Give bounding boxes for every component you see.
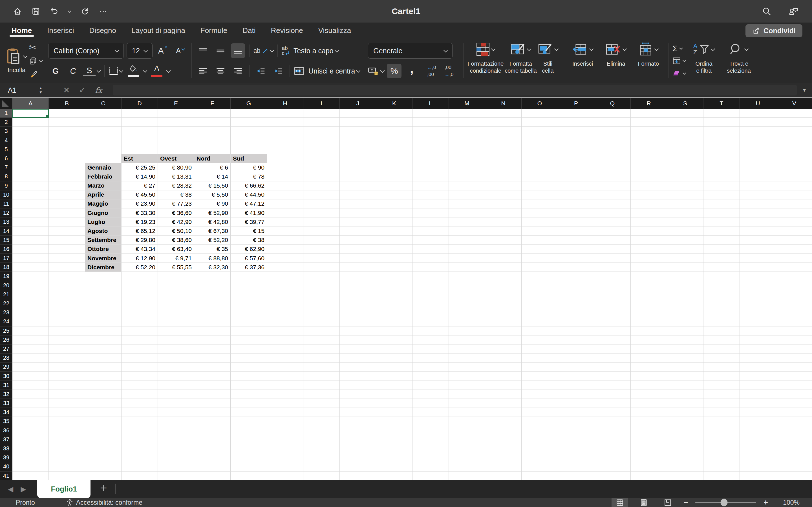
cell-H23[interactable] (267, 308, 303, 317)
cell-P31[interactable] (558, 381, 594, 390)
cell-V13[interactable] (776, 217, 812, 226)
cell-M26[interactable] (449, 335, 485, 344)
cell-B6[interactable] (49, 154, 85, 163)
cell-F26[interactable] (194, 335, 231, 344)
cell-F22[interactable] (194, 299, 231, 308)
cell-E15[interactable]: € 38,60 (158, 236, 194, 245)
row-header-6[interactable]: 6 (0, 154, 12, 163)
cell-F15[interactable]: € 52,20 (194, 236, 231, 245)
cell-B3[interactable] (49, 127, 85, 136)
column-header-E[interactable]: E (158, 98, 194, 109)
cell-G27[interactable] (231, 344, 267, 353)
cell-F40[interactable] (194, 462, 231, 471)
cell-B39[interactable] (49, 453, 85, 462)
cell-F2[interactable] (194, 118, 231, 127)
cell-P3[interactable] (558, 127, 594, 136)
cell-D7[interactable]: € 25,25 (121, 163, 158, 172)
cell-U23[interactable] (740, 308, 776, 317)
cell-C23[interactable] (85, 308, 121, 317)
cell-S6[interactable] (667, 154, 703, 163)
cell-N3[interactable] (485, 127, 522, 136)
cell-S33[interactable] (667, 399, 703, 408)
cell-V14[interactable] (776, 226, 812, 235)
cell-R4[interactable] (631, 136, 667, 145)
cell-U38[interactable] (740, 444, 776, 453)
cell-F27[interactable] (194, 344, 231, 353)
column-header-J[interactable]: J (340, 98, 376, 109)
cell-B13[interactable] (49, 217, 85, 226)
cell-T31[interactable] (703, 381, 740, 390)
expand-formula-bar-icon[interactable]: ▼ (802, 87, 807, 93)
cell-R27[interactable] (631, 344, 667, 353)
column-header-P[interactable]: P (558, 98, 594, 109)
cell-I16[interactable] (303, 245, 340, 254)
cell-P16[interactable] (558, 245, 594, 254)
cell-V28[interactable] (776, 353, 812, 362)
cell-B15[interactable] (49, 236, 85, 245)
cell-R6[interactable] (631, 154, 667, 163)
cell-K37[interactable] (376, 435, 412, 444)
cell-T22[interactable] (703, 299, 740, 308)
cell-J34[interactable] (340, 408, 376, 417)
cell-L25[interactable] (412, 327, 449, 335)
cell-Q32[interactable] (594, 390, 631, 399)
cell-A3[interactable] (12, 127, 49, 136)
cell-L41[interactable] (412, 471, 449, 481)
cell-G4[interactable] (231, 136, 267, 145)
cell-N26[interactable] (485, 335, 522, 344)
cell-I21[interactable] (303, 290, 340, 299)
sort-filter-button[interactable]: AZ Ordinae filtra (689, 38, 719, 83)
cell-C5[interactable] (85, 145, 121, 154)
cell-D3[interactable] (121, 127, 158, 136)
cell-O29[interactable] (522, 362, 558, 372)
cell-T4[interactable] (703, 136, 740, 145)
cell-F39[interactable] (194, 453, 231, 462)
cell-A17[interactable] (12, 254, 49, 263)
cell-L6[interactable] (412, 154, 449, 163)
cell-I5[interactable] (303, 145, 340, 154)
cell-A2[interactable] (12, 118, 49, 127)
cell-M14[interactable] (449, 226, 485, 235)
autosum-button[interactable]: Σ (672, 43, 686, 54)
cell-L17[interactable] (412, 254, 449, 263)
cell-U4[interactable] (740, 136, 776, 145)
cell-S40[interactable] (667, 462, 703, 471)
cell-J28[interactable] (340, 353, 376, 362)
cell-O36[interactable] (522, 426, 558, 435)
cell-A6[interactable] (12, 154, 49, 163)
cell-G14[interactable]: € 15 (231, 226, 267, 235)
underline-button[interactable]: S (83, 64, 100, 78)
cell-H10[interactable] (267, 190, 303, 200)
cell-N12[interactable] (485, 209, 522, 217)
cell-E9[interactable]: € 28,32 (158, 181, 194, 190)
cell-I22[interactable] (303, 299, 340, 308)
cell-U25[interactable] (740, 327, 776, 335)
cell-H12[interactable] (267, 209, 303, 217)
cell-A14[interactable] (12, 226, 49, 235)
cell-J6[interactable] (340, 154, 376, 163)
cell-styles-button[interactable]: Stilicella (538, 38, 558, 83)
row-header-20[interactable]: 20 (0, 281, 12, 290)
cancel-entry-icon[interactable]: ✕ (59, 86, 74, 95)
row-header-30[interactable]: 30 (0, 372, 12, 381)
cell-M27[interactable] (449, 344, 485, 353)
zoom-level-label[interactable]: 100% (775, 499, 800, 506)
column-header-G[interactable]: G (231, 98, 267, 109)
cell-N11[interactable] (485, 200, 522, 209)
cell-I29[interactable] (303, 362, 340, 372)
cell-Q34[interactable] (594, 408, 631, 417)
cell-S27[interactable] (667, 344, 703, 353)
cell-M20[interactable] (449, 281, 485, 290)
cell-M10[interactable] (449, 190, 485, 200)
cell-N23[interactable] (485, 308, 522, 317)
increase-indent-button[interactable] (271, 64, 286, 78)
cell-S15[interactable] (667, 236, 703, 245)
cell-L28[interactable] (412, 353, 449, 362)
cell-V24[interactable] (776, 317, 812, 326)
cell-V38[interactable] (776, 444, 812, 453)
cell-K7[interactable] (376, 163, 412, 172)
cell-A1[interactable] (12, 109, 49, 118)
cell-G31[interactable] (231, 381, 267, 390)
row-header-39[interactable]: 39 (0, 453, 12, 462)
cell-E18[interactable]: € 55,55 (158, 263, 194, 272)
